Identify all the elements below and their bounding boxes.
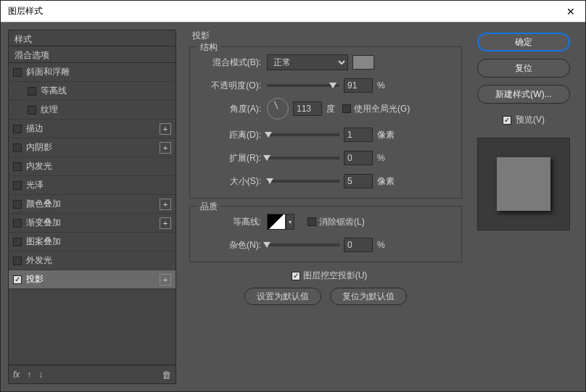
- style-check[interactable]: [13, 219, 22, 228]
- contour-dropdown[interactable]: ▾: [286, 214, 294, 230]
- distance-unit: 像素: [377, 129, 395, 141]
- style-item-satin[interactable]: 光泽: [9, 176, 176, 195]
- style-label: 光泽: [26, 179, 44, 191]
- style-label: 内阴影: [26, 141, 52, 154]
- preview-swatch: [497, 157, 550, 211]
- opacity-input[interactable]: [344, 78, 373, 93]
- reset-default-button[interactable]: 复位为默认值: [330, 288, 407, 305]
- angle-unit: 度: [326, 103, 335, 115]
- preview-check[interactable]: 预览(V): [503, 114, 545, 126]
- angle-dial[interactable]: [267, 98, 289, 120]
- fx-icon[interactable]: fx: [13, 370, 20, 380]
- style-check[interactable]: [28, 106, 36, 114]
- knockout-check[interactable]: 图层挖空投影(U): [292, 270, 368, 282]
- spread-slider[interactable]: [267, 157, 339, 159]
- style-item-contour[interactable]: 等高线: [9, 82, 176, 101]
- noise-unit: %: [377, 240, 385, 250]
- style-check[interactable]: [13, 125, 22, 133]
- preview-box: [477, 138, 570, 230]
- style-label: 颜色叠加: [26, 198, 61, 210]
- size-input[interactable]: [344, 174, 373, 188]
- global-light-check[interactable]: 使用全局光(G): [342, 103, 410, 115]
- window-title: 图层样式: [8, 5, 43, 17]
- close-button[interactable]: ✕: [556, 1, 585, 22]
- style-label: 渐变叠加: [26, 217, 61, 229]
- style-check[interactable]: [13, 257, 22, 265]
- layer-style-dialog: 图层样式 ✕ 样式 混合选项 斜面和浮雕 等高线 纹理 描边+ 内阴影+ 内发光…: [0, 0, 586, 392]
- distance-input[interactable]: [344, 128, 373, 142]
- style-item-outer-glow[interactable]: 外发光: [9, 251, 176, 270]
- titlebar: 图层样式 ✕: [1, 1, 585, 22]
- style-list: 斜面和浮雕 等高线 纹理 描边+ 内阴影+ 内发光 光泽 颜色叠加+ 渐变叠加+…: [8, 63, 176, 365]
- settings-panel: 投影 结构 混合模式(B): 正常 不透明度(O): % 角度(A):: [176, 30, 469, 384]
- structure-legend: 结构: [197, 41, 220, 54]
- style-item-texture[interactable]: 纹理: [9, 101, 176, 120]
- style-check[interactable]: [13, 200, 22, 209]
- add-icon[interactable]: +: [160, 142, 171, 154]
- blend-mode-select[interactable]: 正常: [267, 54, 348, 70]
- structure-fieldset: 结构 混合模式(B): 正常 不透明度(O): % 角度(A): 度: [189, 46, 462, 199]
- size-unit: 像素: [377, 175, 395, 188]
- style-item-drop-shadow[interactable]: 投影+: [9, 270, 176, 289]
- add-icon[interactable]: +: [160, 123, 171, 135]
- quality-fieldset: 品质 等高线: ▾ 消除锯齿(L) 杂色(N): %: [189, 206, 462, 262]
- style-label: 纹理: [41, 104, 58, 116]
- size-label: 大小(S):: [200, 175, 261, 188]
- antialias-check[interactable]: 消除锯齿(L): [308, 216, 365, 228]
- style-footer: fx ↑ ↓ 🗑: [8, 365, 176, 384]
- blending-options[interactable]: 混合选项: [8, 46, 176, 63]
- arrow-up-icon[interactable]: ↑: [27, 370, 31, 380]
- action-panel: 确定 复位 新建样式(W)... 预览(V): [469, 30, 578, 384]
- quality-legend: 品质: [197, 201, 220, 213]
- opacity-label: 不透明度(O):: [200, 80, 261, 92]
- distance-slider[interactable]: [267, 133, 339, 136]
- style-check[interactable]: [13, 181, 22, 190]
- contour-label: 等高线:: [200, 216, 261, 228]
- style-item-stroke[interactable]: 描边+: [9, 120, 176, 138]
- cancel-button[interactable]: 复位: [477, 59, 570, 78]
- style-item-inner-glow[interactable]: 内发光: [9, 157, 176, 176]
- style-item-color-overlay[interactable]: 颜色叠加+: [9, 195, 176, 214]
- angle-label: 角度(A):: [200, 103, 261, 115]
- style-label: 内发光: [26, 160, 52, 172]
- spread-input[interactable]: [344, 151, 373, 165]
- style-item-pattern-overlay[interactable]: 图案叠加: [9, 233, 176, 251]
- style-label: 等高线: [41, 85, 67, 97]
- spread-unit: %: [377, 153, 385, 163]
- style-item-inner-shadow[interactable]: 内阴影+: [9, 138, 176, 157]
- ok-button[interactable]: 确定: [477, 33, 570, 51]
- style-label: 描边: [26, 122, 44, 135]
- blend-mode-label: 混合模式(B):: [200, 57, 261, 69]
- spread-label: 扩展(R):: [200, 152, 261, 164]
- style-item-bevel[interactable]: 斜面和浮雕: [9, 63, 176, 82]
- new-style-button[interactable]: 新建样式(W)...: [477, 85, 570, 104]
- style-check[interactable]: [13, 238, 22, 246]
- style-check[interactable]: [13, 68, 22, 77]
- noise-slider[interactable]: [267, 243, 339, 246]
- arrow-down-icon[interactable]: ↓: [38, 370, 43, 380]
- dialog-content: 样式 混合选项 斜面和浮雕 等高线 纹理 描边+ 内阴影+ 内发光 光泽 颜色叠…: [1, 22, 585, 391]
- contour-picker[interactable]: [267, 214, 286, 230]
- trash-icon[interactable]: 🗑: [162, 370, 171, 380]
- styles-panel: 样式 混合选项 斜面和浮雕 等高线 纹理 描边+ 内阴影+ 内发光 光泽 颜色叠…: [8, 30, 176, 384]
- panel-title: 投影: [192, 30, 462, 42]
- style-check[interactable]: [28, 87, 36, 96]
- opacity-slider[interactable]: [267, 84, 339, 87]
- style-item-gradient-overlay[interactable]: 渐变叠加+: [9, 214, 176, 233]
- make-default-button[interactable]: 设置为默认值: [244, 288, 321, 305]
- noise-input[interactable]: [344, 238, 373, 252]
- add-icon[interactable]: +: [160, 217, 171, 229]
- opacity-unit: %: [377, 80, 385, 91]
- angle-input[interactable]: [293, 101, 322, 116]
- style-label: 投影: [26, 273, 44, 285]
- shadow-color-swatch[interactable]: [352, 55, 374, 70]
- add-icon[interactable]: +: [160, 274, 171, 285]
- distance-label: 距离(D):: [200, 129, 261, 141]
- style-check[interactable]: [13, 162, 22, 171]
- style-check[interactable]: [13, 143, 22, 152]
- size-slider[interactable]: [267, 180, 339, 183]
- styles-header: 样式: [8, 30, 176, 46]
- noise-label: 杂色(N):: [200, 239, 261, 251]
- add-icon[interactable]: +: [160, 199, 171, 210]
- style-check[interactable]: [13, 275, 22, 284]
